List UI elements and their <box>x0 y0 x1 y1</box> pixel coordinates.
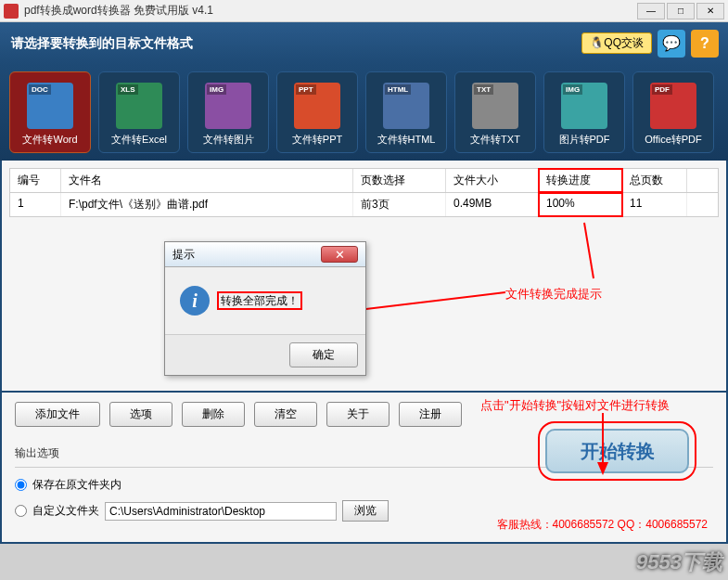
format-icon: PPT <box>294 83 340 129</box>
radio-same-folder-label: 保存在原文件夹内 <box>32 477 121 493</box>
browse-button[interactable]: 浏览 <box>342 500 389 522</box>
td-name: F:\pdf文件\《送别》曲谱.pdf <box>61 193 353 216</box>
file-table: 编号 文件名 页数选择 文件大小 转换进度 总页数 1 F:\pdf文件\《送别… <box>9 168 719 217</box>
radio-custom-folder[interactable] <box>15 505 27 517</box>
format-label: 文件转TXT <box>470 133 520 147</box>
start-convert-button[interactable]: 开始转换 <box>545 429 689 473</box>
format-icon: HTML <box>383 83 429 129</box>
watermark: 9553下载 <box>636 548 722 576</box>
radio-custom-folder-label: 自定义文件夹 <box>32 503 99 519</box>
header-prompt: 请选择要转换到的目标文件格式 <box>11 35 193 52</box>
chat-icon[interactable]: 💬 <box>658 30 685 58</box>
td-total: 11 <box>622 193 687 216</box>
format-tile-文件转图片[interactable]: IMG文件转图片 <box>187 71 269 153</box>
th-total: 总页数 <box>622 169 687 192</box>
format-label: 文件转HTML <box>377 133 436 147</box>
hotline-text: 客服热线：4006685572 QQ：4006685572 <box>497 517 708 533</box>
maximize-button[interactable]: □ <box>667 3 695 19</box>
formats-bar: DOC文件转WordXLS文件转ExcelIMG文件转图片PPT文件转PPTHT… <box>0 64 728 161</box>
info-icon: i <box>180 286 210 316</box>
table-header: 编号 文件名 页数选择 文件大小 转换进度 总页数 <box>9 168 719 193</box>
window-controls: — □ ✕ <box>637 3 724 19</box>
td-pages: 前3页 <box>353 193 446 216</box>
qq-chat-button[interactable]: 🐧QQ交谈 <box>581 32 652 54</box>
format-label: 文件转PPT <box>292 133 342 147</box>
format-label: Office转PDF <box>645 133 702 147</box>
td-size: 0.49MB <box>446 193 539 216</box>
format-tile-Office转PDF[interactable]: PDFOffice转PDF <box>632 71 714 153</box>
th-progress: 转换进度 <box>539 169 622 192</box>
th-pages: 页数选择 <box>353 169 446 192</box>
format-tile-文件转PPT[interactable]: PPT文件转PPT <box>276 71 358 153</box>
minimize-button[interactable]: — <box>637 3 665 19</box>
th-size: 文件大小 <box>446 169 539 192</box>
format-tile-文件转Excel[interactable]: XLS文件转Excel <box>98 71 180 153</box>
close-button[interactable]: ✕ <box>696 3 724 19</box>
message-dialog: 提示 ✕ i 转换全部完成！ 确定 <box>164 241 366 376</box>
td-progress: 100% <box>539 193 622 216</box>
format-icon: IMG <box>205 83 251 129</box>
radio-same-folder[interactable] <box>15 479 27 491</box>
dialog-titlebar: 提示 ✕ <box>165 242 365 267</box>
options-button[interactable]: 选项 <box>109 402 172 427</box>
format-icon: PDF <box>650 83 696 129</box>
app-icon <box>4 4 19 19</box>
ok-button[interactable]: 确定 <box>289 342 358 367</box>
titlebar: pdf转换成word转换器 免费试用版 v4.1 — □ ✕ <box>0 0 728 22</box>
output-area: 输出选项 保存在原文件夹内 自定义文件夹 浏览 开始转换 客服热线：400668… <box>0 436 728 544</box>
header-bar: 请选择要转换到的目标文件格式 🐧QQ交谈 💬 ? <box>0 22 728 64</box>
format-icon: IMG <box>561 83 607 129</box>
table-row[interactable]: 1 F:\pdf文件\《送别》曲谱.pdf 前3页 0.49MB 100% 11 <box>9 193 719 217</box>
format-icon: DOC <box>27 83 73 129</box>
help-icon[interactable]: ? <box>691 30 719 58</box>
th-id: 编号 <box>10 169 61 192</box>
dialog-message: 转换全部完成！ <box>219 293 300 308</box>
td-id: 1 <box>10 193 61 216</box>
format-icon: XLS <box>116 83 162 129</box>
format-label: 文件转Word <box>22 133 77 147</box>
about-button[interactable]: 关于 <box>326 402 390 427</box>
format-tile-图片转PDF[interactable]: IMG图片转PDF <box>543 71 625 153</box>
delete-button[interactable]: 删除 <box>182 402 245 427</box>
format-label: 图片转PDF <box>559 133 610 147</box>
format-tile-文件转HTML[interactable]: HTML文件转HTML <box>365 71 447 153</box>
dialog-title-text: 提示 <box>172 247 195 263</box>
format-icon: TXT <box>472 83 518 129</box>
th-name: 文件名 <box>61 169 353 192</box>
register-button[interactable]: 注册 <box>399 402 462 427</box>
path-input[interactable] <box>105 502 337 521</box>
dialog-close-button[interactable]: ✕ <box>321 246 358 263</box>
format-tile-文件转Word[interactable]: DOC文件转Word <box>9 71 91 153</box>
title-text: pdf转换成word转换器 免费试用版 v4.1 <box>24 3 637 19</box>
format-tile-文件转TXT[interactable]: TXT文件转TXT <box>454 71 536 153</box>
add-file-button[interactable]: 添加文件 <box>15 402 100 427</box>
format-label: 文件转Excel <box>111 133 167 147</box>
format-label: 文件转图片 <box>203 133 254 147</box>
clear-button[interactable]: 清空 <box>254 402 317 427</box>
